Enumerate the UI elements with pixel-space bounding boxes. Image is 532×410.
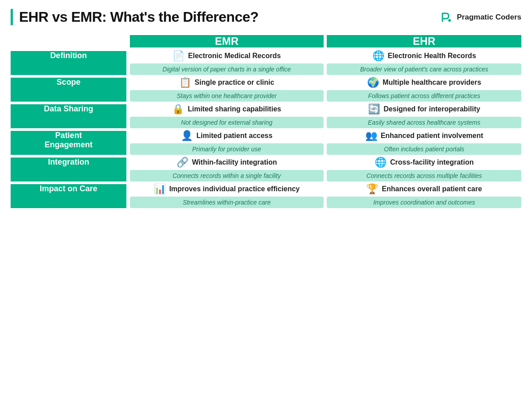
ehr-subtitle-1: Follows patient across different practic… xyxy=(327,90,521,102)
emr-header: EMR xyxy=(130,35,324,47)
ehr-cell-5: 🏆 Enhances overall patient care Improves… xyxy=(327,184,521,208)
ehr-cell-inner-3: 👥 Enhanced patient involvement Often inc… xyxy=(327,131,521,155)
ehr-subtitle-5: Improves coordination and outcomes xyxy=(327,197,521,208)
emr-cell-1: 📋 Single practice or clinic Stays within… xyxy=(130,78,324,102)
emr-title-0: Electronic Medical Records xyxy=(188,52,281,60)
users-icon: 👥 xyxy=(365,131,377,141)
emr-title-5: Improves individual practice efficiency xyxy=(169,185,300,193)
ehr-subtitle-3: Often includes patient portals xyxy=(327,143,521,155)
ehr-cell-inner-0: 🌐 Electronic Health Records Broader view… xyxy=(327,51,521,75)
emr-subtitle-4: Connects records within a single facilit… xyxy=(130,170,324,181)
emr-title-4: Within-facility integration xyxy=(192,158,277,166)
comparison-table: EMR EHR Definition 📄 Electronic Medical … xyxy=(11,35,521,208)
ehr-title-2: Designed for interoperability xyxy=(383,105,480,113)
emr-title-2: Limited sharing capabilities xyxy=(188,105,281,113)
row-label-1: Scope xyxy=(11,78,126,102)
lock-icon: 🔒 xyxy=(172,104,184,114)
ehr-title-5: Enhances overall patient care xyxy=(382,185,482,193)
ehr-cell-inner-4: 🌐 Cross-facility integration Connects re… xyxy=(327,158,521,181)
emr-cell-inner-2: 🔒 Limited sharing capabilities Not desig… xyxy=(130,104,324,128)
svg-point-1 xyxy=(448,19,451,22)
document-icon: 📄 xyxy=(172,51,184,61)
emr-subtitle-2: Not designed for external sharing xyxy=(130,117,324,128)
emr-subtitle-0: Digital version of paper charts in a sin… xyxy=(130,63,324,75)
ehr-cell-4: 🌐 Cross-facility integration Connects re… xyxy=(327,158,521,181)
ehr-cell-3: 👥 Enhanced patient involvement Often inc… xyxy=(327,131,521,155)
chart-icon: 📊 xyxy=(154,184,166,194)
ehr-title-4: Cross-facility integration xyxy=(390,158,473,166)
emr-subtitle-3: Primarily for provider use xyxy=(130,143,324,155)
emr-cell-5: 📊 Improves individual practice efficienc… xyxy=(130,184,324,208)
ehr-header: EHR xyxy=(327,35,521,47)
row-label-3: PatientEngagement xyxy=(11,131,126,155)
clipboard-icon: 📋 xyxy=(179,78,191,87)
ehr-cell-inner-5: 🏆 Enhances overall patient care Improves… xyxy=(327,184,521,208)
user-icon: 👤 xyxy=(181,131,193,141)
emr-cell-4: 🔗 Within-facility integration Connects r… xyxy=(130,158,324,181)
ehr-cell-inner-1: 🌍 Multiple healthcare providers Follows … xyxy=(327,78,521,102)
emr-cell-inner-3: 👤 Limited patient access Primarily for p… xyxy=(130,131,324,155)
emr-subtitle-5: Streamlines within-practice care xyxy=(130,197,324,208)
globe-icon: 🌐 xyxy=(372,51,384,61)
globe2-icon: 🌐 xyxy=(375,158,387,167)
row-label-5: Impact on Care xyxy=(11,184,126,208)
emr-subtitle-1: Stays within one healthcare provider xyxy=(130,90,324,102)
ehr-subtitle-2: Easily shared across healthcare systems xyxy=(327,117,521,128)
emr-cell-0: 📄 Electronic Medical Records Digital ver… xyxy=(130,51,324,75)
emr-title-3: Limited patient access xyxy=(196,132,273,140)
emr-cell-3: 👤 Limited patient access Primarily for p… xyxy=(130,131,324,155)
header-label-cell xyxy=(11,35,126,47)
ehr-title-1: Multiple healthcare providers xyxy=(383,79,481,87)
ehr-title-0: Electronic Health Records xyxy=(388,52,476,60)
trophy-icon: 🏆 xyxy=(366,184,378,194)
emr-cell-2: 🔒 Limited sharing capabilities Not desig… xyxy=(130,104,324,128)
logo-text: Pragmatic Coders xyxy=(457,13,521,22)
row-label-0: Definition xyxy=(11,51,126,75)
row-label-2: Data Sharing xyxy=(11,104,126,128)
row-label-4: Integration xyxy=(11,158,126,181)
ehr-subtitle-0: Broader view of patient's care across pr… xyxy=(327,63,521,75)
svg-rect-0 xyxy=(438,10,453,25)
ehr-title-3: Enhanced patient involvement xyxy=(381,132,483,140)
earth-icon: 🌍 xyxy=(367,78,379,87)
ehr-cell-0: 🌐 Electronic Health Records Broader view… xyxy=(327,51,521,75)
ehr-subtitle-4: Connects records across multiple facilit… xyxy=(327,170,521,181)
emr-cell-inner-5: 📊 Improves individual practice efficienc… xyxy=(130,184,324,208)
link-icon: 🔗 xyxy=(176,158,188,167)
header: EHR vs EMR: What's the Difference? Pragm… xyxy=(11,9,521,25)
logo: Pragmatic Coders xyxy=(438,10,521,25)
page: EHR vs EMR: What's the Difference? Pragm… xyxy=(0,0,532,410)
page-title: EHR vs EMR: What's the Difference? xyxy=(19,9,258,25)
emr-cell-inner-0: 📄 Electronic Medical Records Digital ver… xyxy=(130,51,324,75)
sync-icon: 🔄 xyxy=(368,104,380,114)
emr-cell-inner-4: 🔗 Within-facility integration Connects r… xyxy=(130,158,324,181)
emr-title-1: Single practice or clinic xyxy=(195,79,274,87)
ehr-cell-1: 🌍 Multiple healthcare providers Follows … xyxy=(327,78,521,102)
emr-cell-inner-1: 📋 Single practice or clinic Stays within… xyxy=(130,78,324,102)
logo-icon xyxy=(438,10,453,25)
ehr-cell-2: 🔄 Designed for interoperability Easily s… xyxy=(327,104,521,128)
ehr-cell-inner-2: 🔄 Designed for interoperability Easily s… xyxy=(327,104,521,128)
